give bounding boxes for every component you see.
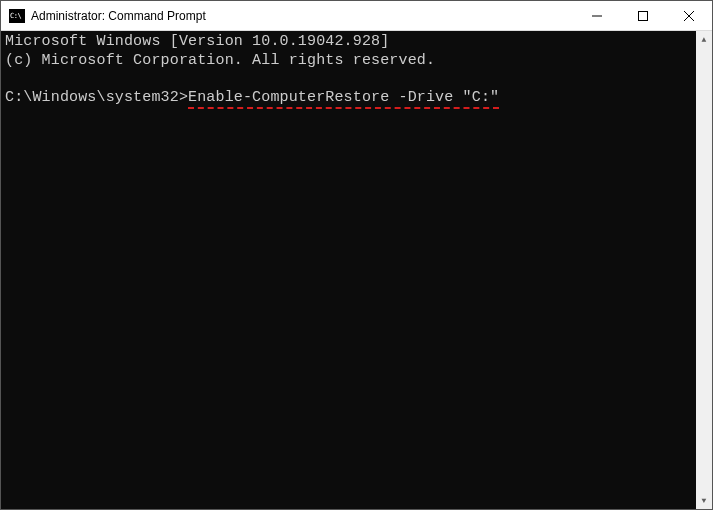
close-button[interactable] — [666, 1, 712, 30]
svg-rect-1 — [639, 11, 648, 20]
scroll-down-icon[interactable]: ▼ — [696, 492, 712, 509]
maximize-button[interactable] — [620, 1, 666, 30]
scrollbar[interactable]: ▲ ▼ — [696, 31, 712, 509]
cmd-icon — [9, 9, 25, 23]
blank-line — [5, 71, 708, 90]
copyright-line: (c) Microsoft Corporation. All rights re… — [5, 52, 708, 71]
command-prompt-window: Administrator: Command Prompt Microsoft … — [0, 0, 713, 510]
command-text: Enable-ComputerRestore -Drive "C:" — [188, 89, 499, 106]
version-line: Microsoft Windows [Version 10.0.19042.92… — [5, 33, 708, 52]
window-title: Administrator: Command Prompt — [31, 9, 574, 23]
highlight-underline-icon — [188, 107, 499, 109]
window-controls — [574, 1, 712, 30]
titlebar[interactable]: Administrator: Command Prompt — [1, 1, 712, 31]
terminal-area[interactable]: Microsoft Windows [Version 10.0.19042.92… — [1, 31, 712, 509]
minimize-button[interactable] — [574, 1, 620, 30]
prompt-text: C:\Windows\system32> — [5, 89, 188, 106]
scroll-track[interactable] — [696, 48, 712, 492]
command-line: C:\Windows\system32>Enable-ComputerResto… — [5, 89, 499, 108]
scroll-up-icon[interactable]: ▲ — [696, 31, 712, 48]
